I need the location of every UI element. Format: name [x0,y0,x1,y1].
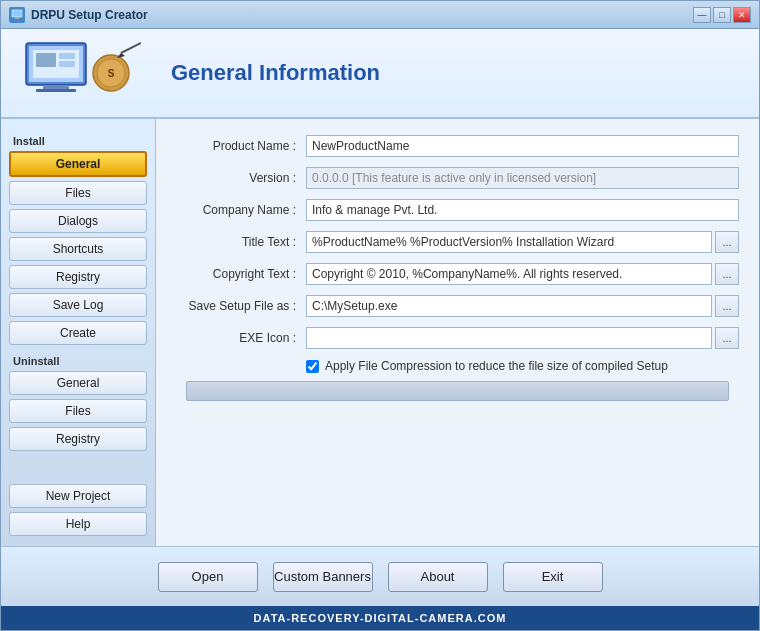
version-row: Version : [176,167,739,189]
exe-icon-row: EXE Icon : ... [176,327,739,349]
title-text-browse[interactable]: ... [715,231,739,253]
uninstall-section-label: Uninstall [13,355,147,367]
exe-icon-label: EXE Icon : [176,331,306,345]
bottom-bar: Open Custom Banners About Exit [1,546,759,606]
new-project-button[interactable]: New Project [9,484,147,508]
svg-rect-1 [15,17,19,19]
compression-checkbox-row: Apply File Compression to reduce the fil… [306,359,739,373]
svg-rect-9 [59,61,75,67]
page-title: General Information [171,60,380,86]
svg-rect-8 [59,53,75,59]
sidebar-item-save-log[interactable]: Save Log [9,293,147,317]
window-title: DRPU Setup Creator [31,8,693,22]
title-bar: DRPU Setup Creator — □ ✕ [1,1,759,29]
company-name-label: Company Name : [176,203,306,217]
svg-rect-4 [43,85,69,89]
copyright-text-row: Copyright Text : ... [176,263,739,285]
save-setup-input[interactable] [306,295,712,317]
compression-label: Apply File Compression to reduce the fil… [325,359,668,373]
svg-line-13 [121,43,141,53]
version-label: Version : [176,171,306,185]
app-icon [9,7,25,23]
save-setup-row: Save Setup File as : ... [176,295,739,317]
header-illustration: S [21,38,141,108]
about-button[interactable]: About [388,562,488,592]
svg-rect-0 [12,10,22,17]
sidebar: Install General Files Dialogs Shortcuts … [1,119,156,546]
title-text-label: Title Text : [176,235,306,249]
version-input [306,167,739,189]
help-button[interactable]: Help [9,512,147,536]
progress-bar [186,381,729,401]
window-controls: — □ ✕ [693,7,751,23]
exit-button[interactable]: Exit [503,562,603,592]
compression-checkbox[interactable] [306,360,319,373]
sidebar-item-uninstall-registry[interactable]: Registry [9,427,147,451]
sidebar-item-uninstall-files[interactable]: Files [9,399,147,423]
save-setup-browse[interactable]: ... [715,295,739,317]
company-name-row: Company Name : [176,199,739,221]
progress-area [186,381,729,401]
main-window: DRPU Setup Creator — □ ✕ [0,0,760,631]
form-area: Product Name : Version : Company Name : … [156,119,759,546]
open-button[interactable]: Open [158,562,258,592]
svg-rect-5 [36,89,76,92]
footer: DATA-RECOVERY-DIGITAL-CAMERA.COM [1,606,759,630]
install-section-label: Install [13,135,147,147]
sidebar-item-files[interactable]: Files [9,181,147,205]
title-text-row: Title Text : ... [176,231,739,253]
sidebar-item-dialogs[interactable]: Dialogs [9,209,147,233]
footer-text: DATA-RECOVERY-DIGITAL-CAMERA.COM [254,612,507,624]
svg-rect-7 [36,53,56,67]
sidebar-item-create[interactable]: Create [9,321,147,345]
exe-icon-input[interactable] [306,327,712,349]
sidebar-item-shortcuts[interactable]: Shortcuts [9,237,147,261]
product-name-input[interactable] [306,135,739,157]
copyright-text-input[interactable] [306,263,712,285]
product-name-label: Product Name : [176,139,306,153]
copyright-text-browse[interactable]: ... [715,263,739,285]
close-button[interactable]: ✕ [733,7,751,23]
sidebar-item-uninstall-general[interactable]: General [9,371,147,395]
sidebar-item-registry[interactable]: Registry [9,265,147,289]
maximize-button[interactable]: □ [713,7,731,23]
exe-icon-browse[interactable]: ... [715,327,739,349]
save-setup-label: Save Setup File as : [176,299,306,313]
header-icons: S [21,38,141,108]
svg-text:S: S [108,68,115,79]
header-area: S General Information [1,29,759,119]
main-content: Install General Files Dialogs Shortcuts … [1,119,759,546]
minimize-button[interactable]: — [693,7,711,23]
title-text-input[interactable] [306,231,712,253]
sidebar-item-general[interactable]: General [9,151,147,177]
company-name-input[interactable] [306,199,739,221]
copyright-text-label: Copyright Text : [176,267,306,281]
custom-banners-button[interactable]: Custom Banners [273,562,373,592]
product-name-row: Product Name : [176,135,739,157]
